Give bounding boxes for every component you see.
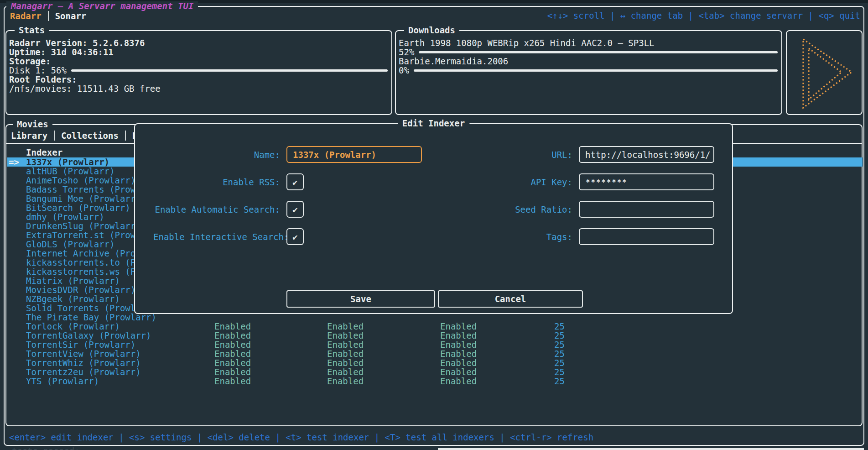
servarr-tab-bar: Radarr Sonarr <box>10 11 86 21</box>
download-progress-row: 52% <box>399 47 778 57</box>
indexer-row[interactable]: TorrentSir (Prowlarr) Enabled Enabled En… <box>7 340 863 349</box>
tab-divider <box>54 131 55 141</box>
download-item-name: Barbie.Mermaidia.2006 <box>399 57 778 66</box>
indexer-row[interactable]: TorrentWhiz (Prowlarr) Enabled Enabled E… <box>7 358 863 367</box>
rss-cell: Enabled <box>214 331 251 340</box>
indexer-row[interactable]: TorrentView (Prowlarr) Enabled Enabled E… <box>7 349 863 358</box>
indexer-row[interactable]: Torrentz2eu (Prowlarr) Enabled Enabled E… <box>7 367 863 377</box>
api-key-label: API Key: <box>446 178 572 187</box>
download-percent-label: 52% <box>399 47 414 57</box>
tab-sonarr[interactable]: Sonarr <box>55 11 87 21</box>
save-button[interactable]: Save <box>286 290 435 308</box>
priority-cell: 25 <box>473 367 565 377</box>
indexer-column-header: Indexer <box>26 148 62 157</box>
rss-cell: Enabled <box>214 358 251 367</box>
name-label: Name: <box>153 150 280 159</box>
clipped-terminal-line: tests passed: <box>12 446 80 450</box>
edit-indexer-modal: Edit Indexer Name: 1337x (Prowlarr) URL:… <box>134 123 733 314</box>
enable-rss-checkbox[interactable]: ✔ <box>286 173 304 190</box>
tab-divider <box>125 131 126 141</box>
download-item-name: Earth 1998 1080p WEBRip x265 Hindi AAC2.… <box>399 38 778 47</box>
url-label: URL: <box>446 150 572 159</box>
downloads-panel-title: Downloads <box>404 26 459 35</box>
top-keybind-hints: <↑↓> scroll | ↔ change tab | <tab> chang… <box>547 11 860 20</box>
enable-interactive-search-checkbox[interactable]: ✔ <box>286 228 304 245</box>
check-icon: ✔ <box>292 178 297 187</box>
rss-cell: Enabled <box>214 367 251 377</box>
rss-cell: Enabled <box>214 349 251 358</box>
stats-panel: Stats Radarr Version: 5.2.6.8376 Uptime:… <box>5 30 392 115</box>
enable-interactive-search-label: Enable Interactive Search: <box>153 232 280 241</box>
root-folders-label: Root Folders: <box>9 75 388 84</box>
disk-usage-row: Disk 1: 56% <box>9 66 388 75</box>
interactive-search-cell: Enabled <box>440 340 477 349</box>
url-input[interactable]: http://localhost:9696/1/ <box>579 146 714 163</box>
indexer-row[interactable]: Torlock (Prowlarr) Enabled Enabled Enabl… <box>7 322 863 331</box>
priority-cell: 25 <box>473 358 565 367</box>
auto-search-cell: Enabled <box>327 349 364 358</box>
enable-rss-label: Enable RSS: <box>153 178 280 187</box>
api-key-input[interactable]: ******** <box>579 173 714 190</box>
download-progress-row: 0% <box>399 66 778 75</box>
priority-cell: 25 <box>473 331 565 340</box>
download-progress-bar <box>414 69 778 72</box>
cancel-button[interactable]: Cancel <box>438 290 583 308</box>
auto-search-cell: Enabled <box>327 367 364 377</box>
movies-panel-title: Movies <box>13 120 52 129</box>
disk-usage-label: Disk 1: 56% <box>9 66 67 75</box>
uptime: Uptime: 31d 04:36:11 <box>9 47 388 57</box>
priority-cell: 25 <box>473 377 565 386</box>
tab-divider <box>48 11 49 21</box>
stats-panel-title: Stats <box>15 26 49 35</box>
download-progress-bar <box>419 51 778 53</box>
footer-keybind-hints: <enter> edit indexer | <s> settings | <d… <box>9 433 593 442</box>
indexer-row[interactable]: The Pirate Bay (Prowlarr) <box>7 313 863 322</box>
priority-cell: 25 <box>473 340 565 349</box>
seed-ratio-label: Seed Ratio: <box>446 205 572 214</box>
selection-arrow-icon: => <box>9 157 19 167</box>
auto-search-cell: Enabled <box>327 340 364 349</box>
seed-ratio-input[interactable] <box>579 201 714 218</box>
rss-cell: Enabled <box>214 322 251 331</box>
indexer-row[interactable]: TorrentGalaxy (Prowlarr) Enabled Enabled… <box>7 331 863 340</box>
tab-radarr[interactable]: Radarr <box>10 11 42 21</box>
storage-label: Storage: <box>9 57 388 66</box>
enable-auto-search-label: Enable Automatic Search: <box>153 205 280 214</box>
tab-collections[interactable]: Collections <box>61 131 119 140</box>
check-icon: ✔ <box>292 232 297 241</box>
indexer-row[interactable]: YTS (Prowlarr) Enabled Enabled Enabled 2… <box>7 377 863 386</box>
rss-cell: Enabled <box>214 340 251 349</box>
auto-search-cell: Enabled <box>327 331 364 340</box>
priority-cell: 25 <box>473 349 565 358</box>
downloads-panel: Downloads Earth 1998 1080p WEBRip x265 H… <box>395 30 782 115</box>
radarr-version: Radarr Version: 5.2.6.8376 <box>9 38 388 47</box>
interactive-search-cell: Enabled <box>440 358 477 367</box>
logo-panel <box>786 30 863 115</box>
app-title: Managarr – A Servarr management TUI <box>6 1 198 10</box>
interactive-search-cell: Enabled <box>440 322 477 331</box>
name-input[interactable]: 1337x (Prowlarr) <box>286 146 422 163</box>
root-folder-line: /nfs/movies: 11511.43 GB free <box>9 84 388 93</box>
check-icon: ✔ <box>292 205 297 214</box>
interactive-search-cell: Enabled <box>440 331 477 340</box>
enable-auto-search-checkbox[interactable]: ✔ <box>286 201 304 218</box>
auto-search-cell: Enabled <box>327 377 364 386</box>
modal-title: Edit Indexer <box>398 119 469 128</box>
managarr-play-logo-icon <box>790 33 861 113</box>
tags-label: Tags: <box>446 232 572 241</box>
rss-cell: Enabled <box>214 377 251 386</box>
interactive-search-cell: Enabled <box>440 377 477 386</box>
auto-search-cell: Enabled <box>327 322 364 331</box>
interactive-search-cell: Enabled <box>440 349 477 358</box>
tab-library[interactable]: Library <box>11 131 47 140</box>
tags-input[interactable] <box>579 228 714 245</box>
terminal-bottom-strip <box>438 448 864 450</box>
disk-usage-bar <box>71 69 388 72</box>
auto-search-cell: Enabled <box>327 358 364 367</box>
interactive-search-cell: Enabled <box>440 367 477 377</box>
priority-cell: 25 <box>473 322 565 331</box>
download-percent-label: 0% <box>399 66 409 75</box>
